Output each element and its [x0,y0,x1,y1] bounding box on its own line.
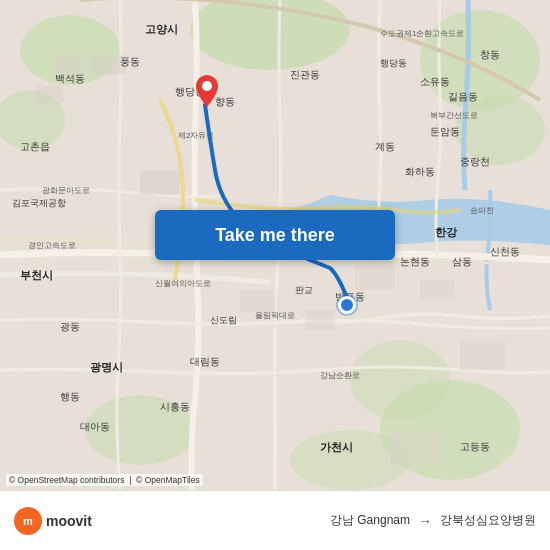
svg-rect-19 [390,430,440,465]
svg-rect-17 [420,280,455,300]
moovit-branding: m moovit [14,507,92,535]
route-arrow-icon: → [418,513,432,529]
moovit-logo: m moovit [14,507,92,535]
take-me-there-button[interactable]: Take me there [155,210,395,260]
svg-point-20 [202,81,212,91]
svg-point-3 [455,95,545,165]
route-from-label: 강남 Gangnam [330,512,410,529]
attribution-osm: © OpenStreetMap contributors [9,475,124,485]
svg-rect-10 [90,55,125,75]
svg-text:m: m [23,515,33,527]
route-info: 강남 Gangnam → 강북성심요양병원 [330,512,536,529]
svg-point-7 [85,395,195,465]
map-container: 고양시풍동백석동고촌읍김포국제공항경인고속도로부천시광동광명시행동대아동시흥동신… [0,0,550,490]
attribution-tiles: © OpenMapTiles [136,475,200,485]
map-attribution: © OpenStreetMap contributors | © OpenMap… [6,474,203,486]
svg-rect-15 [305,310,335,330]
moovit-icon: m [14,507,42,535]
destination-pin [196,75,218,111]
svg-rect-14 [240,290,275,312]
svg-rect-13 [140,170,180,195]
bottom-bar: m moovit 강남 Gangnam → 강북성심요양병원 [0,490,550,550]
current-location-dot [338,296,356,314]
svg-rect-12 [35,85,63,103]
svg-rect-18 [460,340,505,370]
moovit-brand-name: moovit [46,513,92,529]
svg-point-8 [350,340,450,420]
svg-rect-11 [55,55,85,77]
svg-rect-16 [355,265,395,290]
route-to-label: 강북성심요양병원 [440,512,536,529]
